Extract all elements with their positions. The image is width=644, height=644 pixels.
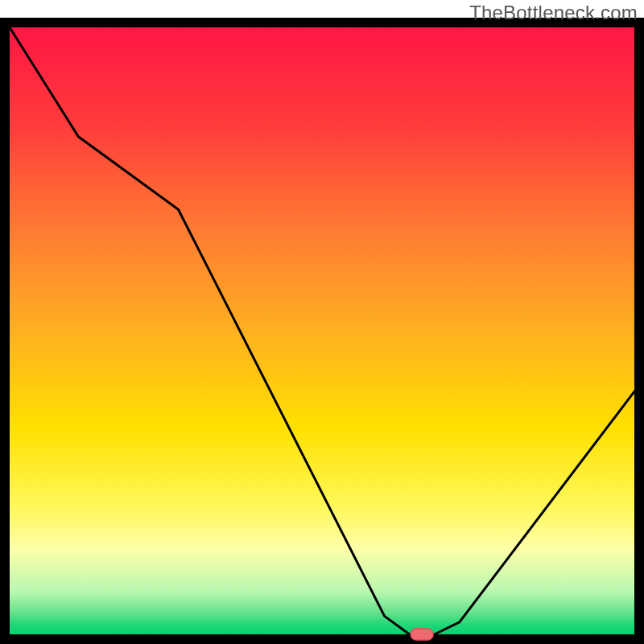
- chart-svg: [0, 0, 644, 644]
- data-marker: [411, 629, 433, 640]
- plot-background: [10, 27, 634, 634]
- chart-frame: TheBottleneck.com: [0, 0, 644, 644]
- watermark-text: TheBottleneck.com: [469, 2, 638, 24]
